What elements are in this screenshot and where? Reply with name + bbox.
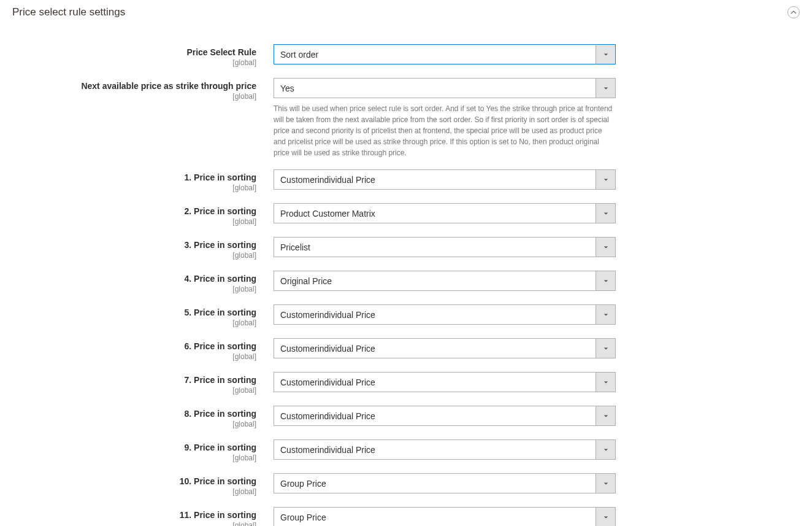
price-sorting-8-select[interactable]: Customerindividual Price xyxy=(274,406,616,426)
field-control-col: Customerindividual Price xyxy=(274,304,616,327)
price-sorting-6-select[interactable]: Customerindividual Price xyxy=(274,338,616,358)
select-value: Customerindividual Price xyxy=(274,439,616,460)
field-label-col: 5. Price in sorting[global] xyxy=(12,304,274,327)
field-price-sorting-2: 2. Price in sorting[global]Product Custo… xyxy=(12,203,800,226)
select-value: Original Price xyxy=(274,271,616,291)
scope-label: [global] xyxy=(12,251,256,260)
strike-through-select[interactable]: Yes xyxy=(274,78,616,98)
section-header: Price select rule settings xyxy=(12,6,800,26)
collapse-toggle-button[interactable] xyxy=(787,6,800,18)
field-label-col: 9. Price in sorting[global] xyxy=(12,439,274,462)
settings-section: Price select rule settings Price Select … xyxy=(0,0,812,526)
select-value: Sort order xyxy=(274,44,616,64)
field-price-sorting-3: 3. Price in sorting[global]Pricelist xyxy=(12,237,800,260)
scope-label: [global] xyxy=(12,184,256,192)
price-select-rule-select[interactable]: Sort order xyxy=(274,44,616,64)
field-label-col: 11. Price in sorting[global] xyxy=(12,507,274,526)
select-value: Group Price xyxy=(274,473,616,493)
field-price-sorting-6: 6. Price in sorting[global]Customerindiv… xyxy=(12,338,800,361)
field-control-col: Customerindividual Price xyxy=(274,406,616,428)
scope-label: [global] xyxy=(12,217,256,226)
select-value: Yes xyxy=(274,78,616,98)
scope-label: [global] xyxy=(12,454,256,462)
scope-label: [global] xyxy=(12,420,256,428)
price-sorting-9-select[interactable]: Customerindividual Price xyxy=(274,439,616,460)
scope-label: [global] xyxy=(12,352,256,361)
field-control-col: Yes This will be used when price select … xyxy=(274,78,616,158)
field-control-col: Pricelist xyxy=(274,237,616,260)
field-label-col: Price Select Rule [global] xyxy=(12,44,274,67)
field-price-select-rule: Price Select Rule [global] Sort order xyxy=(12,44,800,67)
field-label: 6. Price in sorting xyxy=(185,341,256,351)
select-value: Pricelist xyxy=(274,237,616,257)
field-control-col: Group Price xyxy=(274,507,616,526)
field-label: 1. Price in sorting xyxy=(185,172,256,182)
select-value: Customerindividual Price xyxy=(274,406,616,426)
field-label-col: 7. Price in sorting[global] xyxy=(12,372,274,395)
field-price-sorting-5: 5. Price in sorting[global]Customerindiv… xyxy=(12,304,800,327)
field-label-col: 3. Price in sorting[global] xyxy=(12,237,274,260)
field-label: 4. Price in sorting xyxy=(185,274,256,284)
field-control-col: Product Customer Matrix xyxy=(274,203,616,226)
field-price-sorting-8: 8. Price in sorting[global]Customerindiv… xyxy=(12,406,800,428)
select-value: Customerindividual Price xyxy=(274,169,616,190)
field-label-col: 8. Price in sorting[global] xyxy=(12,406,274,428)
field-price-sorting-7: 7. Price in sorting[global]Customerindiv… xyxy=(12,372,800,395)
select-value: Customerindividual Price xyxy=(274,338,616,358)
chevron-up-icon xyxy=(791,9,797,15)
price-sorting-11-select[interactable]: Group Price xyxy=(274,507,616,526)
field-price-sorting-9: 9. Price in sorting[global]Customerindiv… xyxy=(12,439,800,462)
price-sorting-1-select[interactable]: Customerindividual Price xyxy=(274,169,616,190)
field-label: Price Select Rule xyxy=(186,47,256,57)
price-sorting-2-select[interactable]: Product Customer Matrix xyxy=(274,203,616,223)
field-label: 7. Price in sorting xyxy=(185,375,256,385)
section-title: Price select rule settings xyxy=(12,6,125,18)
field-label: 9. Price in sorting xyxy=(185,443,256,452)
price-sorting-7-select[interactable]: Customerindividual Price xyxy=(274,372,616,392)
sorting-rows-container: 1. Price in sorting[global]Customerindiv… xyxy=(12,169,800,526)
field-label-col: 1. Price in sorting[global] xyxy=(12,169,274,192)
select-value: Product Customer Matrix xyxy=(274,203,616,223)
field-label-col: 2. Price in sorting[global] xyxy=(12,203,274,226)
field-control-col: Sort order xyxy=(274,44,616,67)
scope-label: [global] xyxy=(12,521,256,526)
field-label-col: 6. Price in sorting[global] xyxy=(12,338,274,361)
field-price-sorting-10: 10. Price in sorting[global]Group Price xyxy=(12,473,800,496)
select-value: Group Price xyxy=(274,507,616,526)
field-label: 10. Price in sorting xyxy=(180,476,256,486)
field-label: 11. Price in sorting xyxy=(180,510,256,520)
scope-label: [global] xyxy=(12,92,256,101)
field-control-col: Customerindividual Price xyxy=(274,338,616,361)
price-sorting-10-select[interactable]: Group Price xyxy=(274,473,616,493)
field-control-col: Customerindividual Price xyxy=(274,169,616,192)
field-label: 2. Price in sorting xyxy=(185,206,256,216)
select-value: Customerindividual Price xyxy=(274,372,616,392)
field-label: 8. Price in sorting xyxy=(185,409,256,419)
select-value: Customerindividual Price xyxy=(274,304,616,325)
price-sorting-4-select[interactable]: Original Price xyxy=(274,271,616,291)
field-label: Next available price as strike through p… xyxy=(81,81,256,91)
field-label-col: 4. Price in sorting[global] xyxy=(12,271,274,293)
field-control-col: Group Price xyxy=(274,473,616,496)
field-label-col: 10. Price in sorting[global] xyxy=(12,473,274,496)
scope-label: [global] xyxy=(12,319,256,327)
field-control-col: Original Price xyxy=(274,271,616,293)
price-sorting-5-select[interactable]: Customerindividual Price xyxy=(274,304,616,325)
scope-label: [global] xyxy=(12,386,256,395)
field-label: 3. Price in sorting xyxy=(185,240,256,250)
scope-label: [global] xyxy=(12,58,256,67)
scope-label: [global] xyxy=(12,487,256,496)
field-price-sorting-4: 4. Price in sorting[global]Original Pric… xyxy=(12,271,800,293)
field-control-col: Customerindividual Price xyxy=(274,439,616,462)
help-text: This will be used when price select rule… xyxy=(274,103,616,158)
field-price-sorting-1: 1. Price in sorting[global]Customerindiv… xyxy=(12,169,800,192)
field-label: 5. Price in sorting xyxy=(185,307,256,317)
scope-label: [global] xyxy=(12,285,256,293)
field-label-col: Next available price as strike through p… xyxy=(12,78,274,158)
field-control-col: Customerindividual Price xyxy=(274,372,616,395)
field-price-sorting-11: 11. Price in sorting[global]Group Price xyxy=(12,507,800,526)
field-strike-through: Next available price as strike through p… xyxy=(12,78,800,158)
price-sorting-3-select[interactable]: Pricelist xyxy=(274,237,616,257)
